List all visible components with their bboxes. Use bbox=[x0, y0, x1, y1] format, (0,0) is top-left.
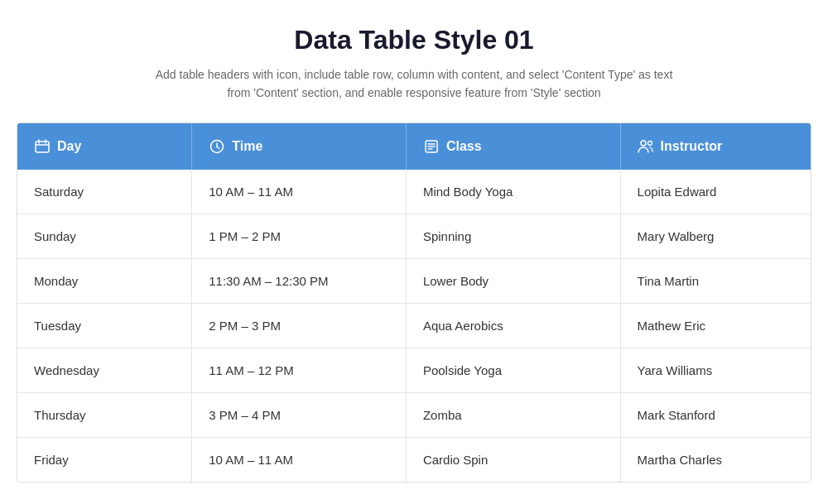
cell-day: Thursday bbox=[17, 392, 192, 437]
cell-time: 11:30 AM – 12:30 PM bbox=[192, 258, 407, 303]
table-header-row: Day Time bbox=[17, 123, 811, 170]
table-row: Sunday1 PM – 2 PMSpinningMary Walberg bbox=[17, 214, 811, 258]
subtitle-line1: Add table headers with icon, include tab… bbox=[156, 68, 673, 81]
cell-class: Spinning bbox=[406, 214, 620, 258]
cell-day: Sunday bbox=[17, 214, 192, 258]
table-row: Tuesday2 PM – 3 PMAqua AerobicsMathew Er… bbox=[17, 303, 811, 348]
th-day-label: Day bbox=[57, 139, 81, 154]
cell-instructor: Tina Martin bbox=[620, 258, 811, 303]
page-header: Data Table Style 01 Add table headers wi… bbox=[17, 25, 811, 103]
cell-day: Friday bbox=[17, 437, 192, 482]
cell-time: 1 PM – 2 PM bbox=[192, 214, 407, 258]
th-class-label: Class bbox=[446, 139, 482, 154]
cell-day: Tuesday bbox=[17, 303, 192, 348]
calendar-icon bbox=[34, 138, 51, 155]
svg-point-11 bbox=[641, 141, 646, 146]
table-row: Thursday3 PM – 4 PMZombaMark Stanford bbox=[17, 392, 811, 437]
cell-instructor: Mary Walberg bbox=[620, 214, 811, 258]
cell-time: 11 AM – 12 PM bbox=[192, 348, 407, 392]
cell-class: Aqua Aerobics bbox=[406, 303, 620, 348]
cell-time: 10 AM – 11 AM bbox=[192, 170, 407, 214]
cell-instructor: Mathew Eric bbox=[620, 303, 811, 348]
cell-time: 3 PM – 4 PM bbox=[192, 392, 407, 437]
page-subtitle: Add table headers with icon, include tab… bbox=[17, 65, 811, 103]
cell-day: Monday bbox=[17, 258, 192, 303]
table-row: Saturday10 AM – 11 AMMind Body YogaLopit… bbox=[17, 170, 811, 214]
page-title: Data Table Style 01 bbox=[17, 25, 811, 55]
data-table-wrapper: Day Time bbox=[17, 122, 811, 482]
clock-icon bbox=[209, 138, 225, 155]
cell-day: Wednesday bbox=[17, 348, 192, 392]
subtitle-line2: from 'Content' section, and enable respo… bbox=[227, 86, 600, 99]
page-wrapper: Data Table Style 01 Add table headers wi… bbox=[17, 25, 811, 482]
data-table: Day Time bbox=[17, 123, 811, 482]
instructor-icon bbox=[638, 138, 654, 155]
cell-class: Zomba bbox=[406, 392, 620, 437]
table-row: Wednesday11 AM – 12 PMPoolside YogaYara … bbox=[17, 348, 811, 392]
table-row: Monday11:30 AM – 12:30 PMLower BodyTina … bbox=[17, 258, 811, 303]
table-row: Friday10 AM – 11 AMCardio SpinMartha Cha… bbox=[17, 437, 811, 482]
svg-line-6 bbox=[217, 146, 219, 148]
cell-instructor: Martha Charles bbox=[620, 437, 811, 482]
cell-class: Cardio Spin bbox=[406, 437, 620, 482]
cell-time: 2 PM – 3 PM bbox=[192, 303, 407, 348]
th-class: Class bbox=[406, 123, 620, 170]
cell-class: Mind Body Yoga bbox=[406, 170, 620, 214]
th-day: Day bbox=[17, 123, 192, 170]
th-time-label: Time bbox=[232, 139, 262, 154]
th-time: Time bbox=[192, 123, 407, 170]
cell-instructor: Lopita Edward bbox=[620, 170, 811, 214]
cell-instructor: Mark Stanford bbox=[620, 392, 811, 437]
cell-class: Poolside Yoga bbox=[406, 348, 620, 392]
class-icon bbox=[423, 138, 440, 155]
cell-time: 10 AM – 11 AM bbox=[192, 437, 407, 482]
cell-day: Saturday bbox=[17, 170, 192, 214]
th-instructor-label: Instructor bbox=[661, 139, 723, 154]
cell-class: Lower Body bbox=[406, 258, 620, 303]
table-body: Saturday10 AM – 11 AMMind Body YogaLopit… bbox=[17, 170, 811, 482]
th-instructor: Instructor bbox=[620, 123, 811, 170]
svg-rect-0 bbox=[36, 142, 49, 152]
cell-instructor: Yara Williams bbox=[620, 348, 811, 392]
svg-point-12 bbox=[647, 141, 652, 145]
